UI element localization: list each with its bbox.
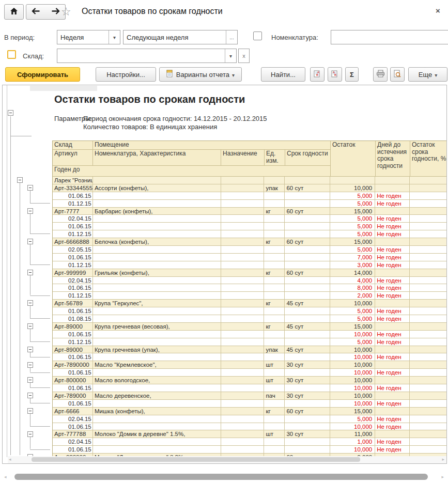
collapse-group-button[interactable] [27,300,33,306]
table-cell [410,400,447,408]
table-row[interactable]: Арт-89000Крупа гречневая (весовая),кг45 … [53,323,447,331]
table-cell [221,384,265,392]
table-row[interactable]: Арт-56789Крупа "Геркулес",кг45 сут10,000 [53,300,447,307]
generate-button[interactable]: Сформировать [5,67,80,82]
table-row[interactable]: Арт-789000Масло деревенское,пач30 сут10,… [53,392,447,400]
expand-groups-button[interactable]: AB [310,67,325,82]
table-row[interactable]: Арт-7890000Масло "Кремлевское",шт30 сут1… [53,361,447,369]
table-row[interactable]: Арт-800000Масло вологодское,шт30 сут10,0… [53,377,447,384]
table-row[interactable]: 01.06.1510,000Не годен [53,331,447,338]
table-row[interactable]: Арт-777788Молоко "Домик в деревне" 1.5%,… [53,430,447,438]
favorites-star-icon[interactable]: ☆ [61,5,71,19]
table-cell [93,369,221,377]
scroll-left-icon[interactable]: ◂ [9,457,11,462]
table-row[interactable]: 02.04.155,000Не годен [53,215,447,223]
collapse-group-button[interactable] [27,270,33,275]
table-row[interactable]: 01.06.1510,000Не годен [53,384,447,392]
collapse-group-button[interactable] [27,431,33,437]
period-browse-button[interactable]: ... [226,30,237,44]
page-horizontal-scrollbar[interactable]: ◂ ▸ [4,473,444,481]
print-button[interactable] [373,67,388,82]
table-row[interactable]: 01.12.155,000Не годен [53,200,447,208]
scroll-right-icon[interactable]: ▸ [442,457,444,462]
table-row[interactable]: 02.04.155,000Не годен [53,415,447,423]
back-button[interactable] [26,4,46,20]
table-cell: 5,000 [330,315,375,323]
sum-button[interactable]: Σ [345,67,359,82]
table-cell [410,261,447,269]
collapse-group-button[interactable] [8,110,13,116]
table-row[interactable]: 01.08.155,000Не годен [53,315,447,323]
table-row[interactable]: 01.06.155,000Не годен [53,307,447,315]
table-row[interactable]: 02.04.151,000Не годен [53,438,447,446]
scrollbar-thumb[interactable] [32,457,360,462]
table-cell: шт [264,377,285,384]
period-type-select[interactable]: Неделя [57,30,120,44]
scroll-left-icon[interactable]: ◂ [4,474,7,479]
table-row[interactable]: 01.06.1510,000Не годен [53,446,447,454]
home-button[interactable] [4,4,24,20]
period-value-input[interactable]: Следующая неделя ... [123,30,238,44]
collapse-group-button[interactable] [27,185,33,191]
nomenclature-checkbox[interactable] [253,32,262,40]
collapse-group-button[interactable] [27,377,33,383]
warehouse-checkbox[interactable] [7,50,16,59]
table-cell [93,400,221,408]
warehouse-combo[interactable] [57,49,237,63]
collapse-group-button[interactable] [27,208,33,214]
collapse-group-button[interactable] [27,347,33,352]
table-row[interactable]: Арт-33344555Ассорти (конфеты),упак60 сут… [53,184,447,192]
table-row[interactable]: 02.04.154,000Не годен [53,277,447,285]
table-cell [410,277,447,285]
collapse-group-button[interactable] [27,239,33,244]
table-cell [221,353,265,361]
report-horizontal-scrollbar[interactable]: ◂ ▸ [8,456,446,463]
table-cell: 45 сут [285,323,330,331]
table-cell [410,292,447,300]
scroll-right-icon[interactable]: ▸ [441,474,444,479]
table-row[interactable]: 01.12.152,000Не годен [53,292,447,300]
table-row[interactable]: 02.05.155,000Не годен [53,246,447,254]
report-table: Склад Помещение Артикул Номенклатура, Ха… [52,141,447,461]
table-cell [264,215,285,223]
table-row[interactable]: Арт-6666Мишка (конфеты),кг60 сут15,000 [53,408,447,415]
collapse-group-button[interactable] [27,408,33,414]
more-button[interactable]: Еще [408,67,447,82]
collapse-group-button[interactable] [27,393,33,398]
nomenclature-input[interactable] [331,30,448,44]
table-row[interactable]: 01.12.155,000Не годен [53,230,447,238]
table-cell: Барбарис (конфеты), [93,208,221,215]
table-row[interactable]: 01.06.1510,000Не годен [53,353,447,361]
table-row[interactable]: 01.12.155,000Не годен [53,338,447,346]
collapse-group-button[interactable] [27,323,33,329]
table-row[interactable]: Арт-7777Барбарис (конфеты),кг60 сут15,00… [53,208,447,215]
table-row[interactable]: 01.06.1510,000Не годен [53,400,447,408]
collapse-group-button[interactable] [17,177,23,183]
collapse-groups-button[interactable]: AB [328,67,342,82]
chevron-down-icon[interactable] [225,49,236,63]
settings-button[interactable]: Настройки... [96,67,156,82]
warehouse-clear-button[interactable]: x [238,49,250,63]
print-preview-button[interactable] [390,67,405,82]
table-cell [221,338,265,346]
table-row[interactable]: Ларек "Розница" [53,177,447,184]
find-button[interactable]: Найти... [261,67,305,82]
table-row[interactable]: 01.06.157,000Не годен [53,254,447,261]
table-row[interactable]: Арт-6666888Белочка (конфеты),кг60 сут15,… [53,238,447,246]
table-row[interactable]: 01.12.153,000Не годен [53,261,447,269]
table-cell [375,177,410,184]
table-row[interactable]: Арт-999999Грильяж (конфеты),кг60 сут14,0… [53,269,447,277]
table-cell: 45 сут [285,346,330,354]
table-row[interactable]: 01.06.155,000Не годен [53,223,447,230]
collapse-group-button[interactable] [27,362,33,368]
chevron-down-icon[interactable] [109,30,120,44]
close-icon[interactable]: × [436,6,440,15]
scrollbar-thumb[interactable] [14,474,428,480]
table-row[interactable]: 01.06.1510,000Не годен [53,423,447,431]
table-row[interactable]: 01.06.158,000Не годен [53,284,447,292]
table-row[interactable]: Арт-89000Крупа гречневая (упак),упак45 с… [53,346,447,354]
table-cell [221,446,265,454]
table-row[interactable]: 01.06.155,000Не годен [53,192,447,200]
table-row[interactable]: 01.06.1510,000Не годен [53,369,447,377]
report-variants-button[interactable]: Варианты отчета [159,67,242,82]
